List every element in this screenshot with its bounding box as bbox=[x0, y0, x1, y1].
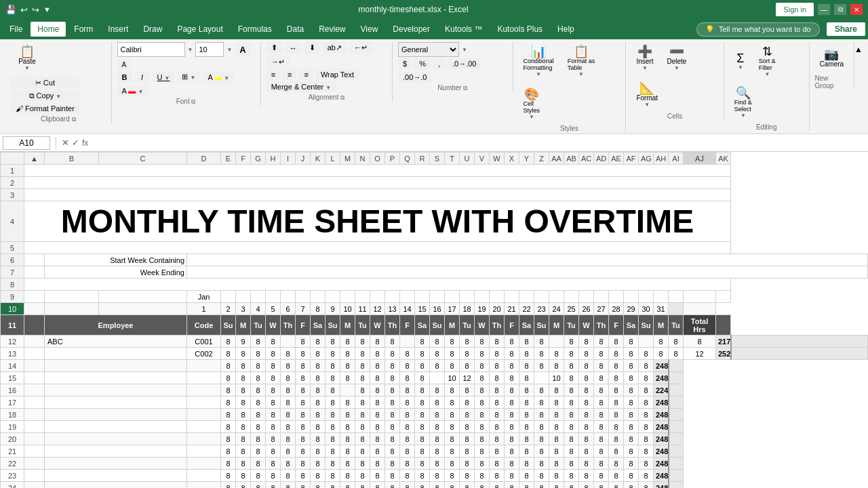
hdr-su3[interactable]: Su bbox=[430, 315, 445, 336]
col-header-AF[interactable]: AF bbox=[624, 152, 639, 165]
cell-9-26[interactable] bbox=[534, 291, 549, 303]
col-header-AI[interactable]: AI bbox=[669, 152, 684, 165]
cell-9-30[interactable] bbox=[594, 291, 609, 303]
row-num-24[interactable]: 24 bbox=[1, 482, 24, 489]
col-header-D[interactable]: D bbox=[187, 152, 221, 165]
dn-20[interactable]: 20 bbox=[490, 303, 505, 315]
d13-employee[interactable] bbox=[45, 348, 187, 360]
confirm-formula-icon[interactable]: ✓ bbox=[72, 138, 79, 148]
dn-27[interactable]: 27 bbox=[594, 303, 609, 315]
d13-11[interactable]: 8 bbox=[370, 348, 385, 360]
cell-9-25[interactable] bbox=[519, 291, 534, 303]
d12-14[interactable]: 8 bbox=[415, 336, 430, 348]
format-arrow[interactable]: ▼ bbox=[644, 102, 650, 108]
cell-9-8[interactable] bbox=[266, 291, 281, 303]
cell-week-ending-label[interactable]: Week Ending bbox=[45, 266, 187, 279]
font-size-input[interactable] bbox=[195, 42, 224, 57]
d12-15[interactable]: 8 bbox=[430, 336, 445, 348]
dn-21[interactable]: 21 bbox=[505, 303, 519, 315]
col-header-R[interactable]: R bbox=[415, 152, 430, 165]
dn-5[interactable]: 5 bbox=[266, 303, 281, 315]
d13-22[interactable]: 8 bbox=[534, 348, 549, 360]
indent-decrease-button[interactable]: ←↵ bbox=[349, 42, 372, 54]
cell-1-empty[interactable] bbox=[24, 165, 731, 177]
d12-8[interactable]: 8 bbox=[326, 336, 340, 348]
d13-28[interactable]: 8 bbox=[624, 348, 639, 360]
d13-10[interactable]: 8 bbox=[355, 348, 370, 360]
cell-9-18[interactable] bbox=[415, 291, 430, 303]
col-header-AH[interactable]: AH bbox=[654, 152, 669, 165]
italic-button[interactable]: I bbox=[135, 72, 150, 83]
col-header-G[interactable]: G bbox=[251, 152, 266, 165]
dn-4[interactable]: 4 bbox=[251, 303, 266, 315]
row-num-21[interactable]: 21 bbox=[1, 445, 24, 458]
row-num-17[interactable]: 17 bbox=[1, 396, 24, 409]
dn-10[interactable]: 10 bbox=[340, 303, 355, 315]
d12-total[interactable]: 217.00 bbox=[716, 336, 731, 348]
menu-review[interactable]: Review bbox=[312, 22, 352, 37]
hdr-tu2[interactable]: Tu bbox=[355, 315, 370, 336]
format-as-table-button[interactable]: 📋 Format asTable ▼ bbox=[563, 42, 600, 81]
d13-21[interactable]: 8 bbox=[519, 348, 534, 360]
autosum-button[interactable]: Σ ▼ bbox=[730, 49, 751, 74]
dn-B[interactable] bbox=[45, 303, 99, 315]
d13-extra[interactable] bbox=[731, 348, 868, 360]
share-button[interactable]: Share bbox=[827, 22, 865, 36]
close-btn[interactable]: ✕ bbox=[850, 4, 863, 15]
d12-30[interactable]: 8 bbox=[654, 336, 669, 348]
sheet-scroll[interactable]: ▲ B C D E F G H I J K L M bbox=[0, 152, 868, 488]
d13-14[interactable]: 8 bbox=[415, 348, 430, 360]
cell-9-32[interactable] bbox=[624, 291, 639, 303]
d12-9[interactable]: 8 bbox=[340, 336, 355, 348]
menu-kutools[interactable]: Kutools ™ bbox=[438, 22, 489, 37]
paste-button[interactable]: 📋 Paste ▼ bbox=[11, 42, 43, 75]
cell-8-empty[interactable] bbox=[24, 279, 731, 291]
menu-kutools-plus[interactable]: Kutools Plus bbox=[490, 22, 549, 37]
cell-5-empty[interactable] bbox=[24, 242, 731, 254]
cell-3-empty[interactable] bbox=[24, 189, 731, 201]
dn-25[interactable]: 25 bbox=[564, 303, 579, 315]
d13-12[interactable]: 8 bbox=[385, 348, 400, 360]
row-num-2[interactable]: 2 bbox=[1, 177, 24, 189]
d13-7[interactable]: 8 bbox=[311, 348, 326, 360]
d13-1[interactable]: 8 bbox=[221, 348, 236, 360]
hdr-w4[interactable]: W bbox=[579, 315, 594, 336]
col-header-AC[interactable]: AC bbox=[579, 152, 594, 165]
name-box[interactable] bbox=[3, 136, 50, 150]
dn-8[interactable]: 8 bbox=[311, 303, 326, 315]
hdr-tu4[interactable]: Tu bbox=[564, 315, 579, 336]
number-format-select[interactable]: General bbox=[398, 42, 459, 57]
d12-26[interactable]: 8 bbox=[594, 336, 609, 348]
d12-7[interactable]: 8 bbox=[311, 336, 326, 348]
cell-9-16[interactable] bbox=[385, 291, 400, 303]
bold-button[interactable]: B bbox=[117, 72, 132, 83]
row-num-15[interactable]: 15 bbox=[1, 372, 24, 384]
dn-16[interactable]: 16 bbox=[430, 303, 445, 315]
hdr-th3[interactable]: Th bbox=[490, 315, 505, 336]
dn-31[interactable]: 31 bbox=[654, 303, 669, 315]
conditional-formatting-button[interactable]: 📊 ConditionalFormatting ▼ bbox=[519, 42, 559, 81]
d13-30[interactable]: 8 bbox=[654, 348, 669, 360]
dn-17[interactable]: 17 bbox=[445, 303, 460, 315]
col-header-M[interactable]: M bbox=[340, 152, 355, 165]
col-header-S[interactable]: S bbox=[430, 152, 445, 165]
hdr-th2[interactable]: Th bbox=[385, 315, 400, 336]
col-header-AJ[interactable]: AJ bbox=[684, 152, 716, 165]
d13-13[interactable]: 8 bbox=[400, 348, 415, 360]
hdr-code[interactable]: Code bbox=[187, 315, 221, 336]
align-right-button[interactable]: ≡ bbox=[299, 69, 313, 80]
d12-24[interactable]: 8 bbox=[564, 336, 579, 348]
d12-17[interactable]: 8 bbox=[460, 336, 475, 348]
hdr-m1[interactable]: M bbox=[236, 315, 251, 336]
row-num-19[interactable]: 19 bbox=[1, 421, 24, 433]
d13-3[interactable]: 8 bbox=[251, 348, 266, 360]
dn-11[interactable]: 11 bbox=[355, 303, 370, 315]
cell-9-31[interactable] bbox=[609, 291, 624, 303]
col-header-P[interactable]: P bbox=[385, 152, 400, 165]
row-num-22[interactable]: 22 bbox=[1, 458, 24, 470]
title-cell[interactable]: MONTHLY TIME SHEET WITH OVERTIME bbox=[24, 201, 731, 242]
menu-developer[interactable]: Developer bbox=[386, 22, 437, 37]
col-header-W[interactable]: W bbox=[490, 152, 505, 165]
hdr-extra[interactable] bbox=[716, 315, 731, 336]
align-middle-button[interactable]: ↔ bbox=[285, 43, 302, 54]
